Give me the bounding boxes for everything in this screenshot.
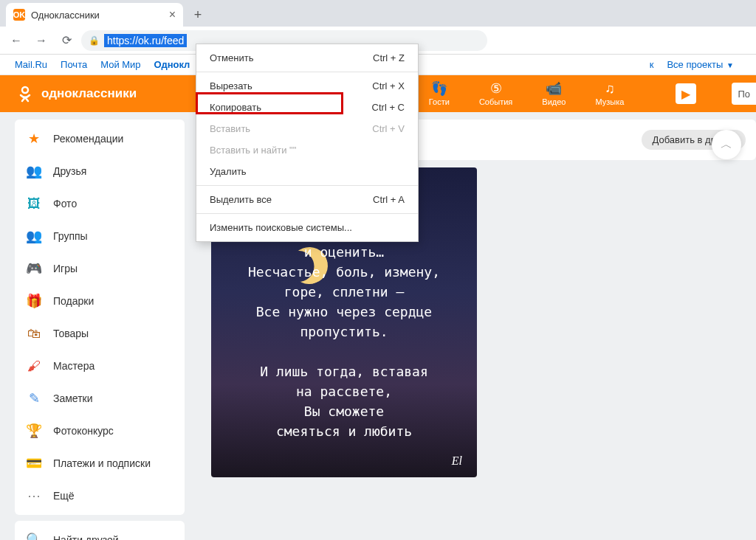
toplink-odnoklassniki[interactable]: Однокл	[154, 59, 190, 70]
toplink-projects[interactable]: Все проекты ▼	[667, 59, 734, 70]
hdr-events[interactable]: ⑤События	[479, 81, 512, 106]
sidebar-secondary: 🔍Найти друзей ⚙Мои настройки	[15, 521, 185, 540]
site-logo[interactable]: одноклассники	[15, 83, 137, 104]
trophy-icon: 🏆	[25, 422, 43, 440]
new-tab-button[interactable]: +	[188, 4, 208, 25]
ctx-paste: ВставитьCtrl + V	[196, 118, 418, 139]
hdr-video[interactable]: 📹Видео	[542, 81, 566, 106]
back-button[interactable]: ←	[6, 30, 27, 51]
games-icon: 🎮	[25, 260, 43, 277]
sidebar-item-groups[interactable]: 👥Группы	[15, 220, 185, 252]
guests-icon: 👣	[431, 81, 447, 96]
svg-point-0	[22, 87, 28, 93]
ok-logo-icon	[15, 83, 35, 104]
sidebar-item-recommendations[interactable]: ★Рекомендации	[15, 122, 185, 155]
goods-icon: 🛍	[25, 325, 43, 342]
toplink-mymir[interactable]: Мой Мир	[100, 59, 140, 70]
ok-favicon: OK	[13, 9, 25, 21]
ctx-copy[interactable]: КопироватьCtrl + C	[196, 97, 418, 118]
ctx-undo[interactable]: ОтменитьCtrl + Z	[196, 47, 418, 69]
sidebar-item-payments[interactable]: 💳Платежи и подписки	[15, 447, 185, 480]
video-icon: 📹	[546, 81, 562, 96]
recommendations-icon: ★	[25, 130, 43, 148]
ctx-separator	[196, 72, 418, 72]
sidebar-item-find-friends[interactable]: 🔍Найти друзей	[15, 524, 185, 540]
sidebar-item-gifts[interactable]: 🎁Подарки	[15, 285, 185, 317]
tab-title: Одноклассники	[31, 10, 100, 21]
ctx-cut[interactable]: ВырезатьCtrl + X	[196, 75, 418, 97]
lock-icon: 🔒	[89, 35, 100, 46]
browser-tab[interactable]: OK Одноклассники ×	[6, 3, 183, 27]
photos-icon: 🖼	[25, 195, 43, 212]
browser-tabs: OK Одноклассники × +	[0, 0, 756, 27]
ctx-select-all[interactable]: Выделить всеCtrl + A	[196, 189, 418, 210]
toplink-mail[interactable]: Почта	[61, 59, 87, 70]
masters-icon: 🖌	[25, 357, 43, 375]
sidebar-item-games[interactable]: 🎮Игры	[15, 252, 185, 285]
ctx-delete[interactable]: Удалить	[196, 161, 418, 182]
play-button[interactable]: ▶	[676, 83, 696, 104]
events-icon: ⑤	[490, 81, 502, 96]
post-button[interactable]: По	[732, 83, 756, 105]
more-icon: ⋯	[25, 487, 43, 505]
brand-text: одноклассники	[41, 86, 137, 101]
ctx-paste-search: Вставить и найти ""	[196, 139, 418, 161]
reload-button[interactable]: ⟳	[56, 30, 77, 51]
sidebar-item-more[interactable]: ⋯Ещё	[15, 480, 185, 512]
toplink-mailru[interactable]: Mail.Ru	[15, 59, 47, 70]
ctx-separator	[196, 213, 418, 214]
scroll-top-button[interactable]: ︿	[712, 130, 741, 159]
toplink-search-k[interactable]: к	[650, 59, 654, 70]
sidebar-item-photocontest[interactable]: 🏆Фотоконкурс	[15, 415, 185, 447]
url-text: https://ok.ru/feed	[104, 34, 187, 47]
chevron-down-icon: ▼	[724, 61, 734, 69]
sidebar-item-notes[interactable]: ✎Заметки	[15, 382, 185, 415]
gifts-icon: 🎁	[25, 292, 43, 310]
close-tab-icon[interactable]: ×	[169, 8, 176, 21]
hdr-guests[interactable]: 👣Гости	[429, 81, 450, 106]
ctx-search-engines[interactable]: Изменить поисковые системы...	[196, 217, 418, 238]
ctx-separator	[196, 185, 418, 186]
sidebar-item-photos[interactable]: 🖼Фото	[15, 187, 185, 220]
sidebar-item-masters[interactable]: 🖌Мастера	[15, 350, 185, 382]
sidebar-item-friends[interactable]: 👥Друзья	[15, 155, 185, 187]
context-menu: ОтменитьCtrl + Z ВырезатьCtrl + X Копиро…	[196, 44, 419, 242]
forward-button[interactable]: →	[31, 30, 52, 51]
payments-icon: 💳	[25, 454, 43, 472]
sidebar-nav: ★Рекомендации 👥Друзья 🖼Фото 👥Группы 🎮Игр…	[15, 120, 185, 515]
search-icon: 🔍	[25, 531, 43, 540]
notes-icon: ✎	[25, 390, 43, 407]
sidebar-item-goods[interactable]: 🛍Товары	[15, 317, 185, 350]
groups-icon: 👥	[25, 227, 43, 245]
hdr-music[interactable]: ♫Музыка	[595, 81, 624, 106]
music-icon: ♫	[605, 81, 615, 96]
friends-icon: 👥	[25, 162, 43, 180]
post-signature: El	[452, 452, 462, 470]
